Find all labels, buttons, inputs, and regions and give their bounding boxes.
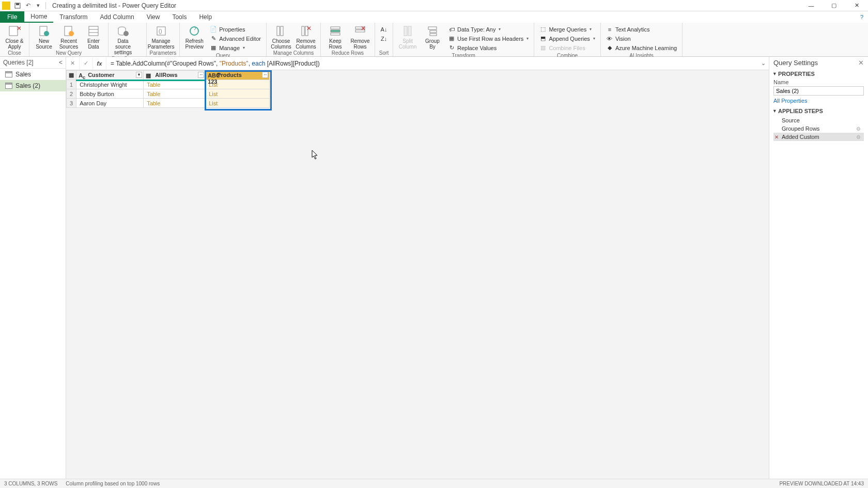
step-grouped-rows[interactable]: Grouped Rows⚙ xyxy=(773,124,864,133)
properties-title[interactable]: PROPERTIES xyxy=(773,71,864,77)
split-column-button[interactable]: SplitColumn xyxy=(396,24,419,50)
formula-expand-icon[interactable]: ⌄ xyxy=(757,60,769,67)
sort-desc-button[interactable]: Z↓ xyxy=(378,34,390,43)
status-preview-time: PREVIEW DOWNLOADED AT 14:43 xyxy=(779,481,864,486)
close-settings-icon[interactable]: ✕ xyxy=(858,59,864,67)
body: Queries [2] < Sales Sales (2) ✕ ✓ fx = T… xyxy=(0,57,868,479)
tab-help[interactable]: Help xyxy=(193,11,218,23)
tab-add-column[interactable]: Add Column xyxy=(94,11,141,23)
qat-save-icon[interactable] xyxy=(13,1,22,10)
ribbon: ✕ Close &Apply Close NewSource RecentSou… xyxy=(0,23,868,57)
combine-files-button[interactable]: ▥Combine Files xyxy=(537,43,597,52)
column-header-products[interactable]: ABC123Products↔ xyxy=(206,71,270,80)
recent-sources-button[interactable]: RecentSources xyxy=(57,24,80,50)
svg-rect-17 xyxy=(281,26,283,36)
enter-data-button[interactable]: EnterData xyxy=(82,24,105,50)
query-settings-pane: Query Settings ✕ PROPERTIES Name All Pro… xyxy=(769,57,868,479)
cell-allrows[interactable]: Table xyxy=(144,99,206,108)
cell-products[interactable]: List xyxy=(206,99,270,108)
table-row[interactable]: 2 Bobby Burton Table List xyxy=(67,89,270,99)
keep-rows-button[interactable]: KeepRows xyxy=(324,24,347,50)
remove-columns-button[interactable]: ✕RemoveColumns xyxy=(295,24,317,50)
first-row-headers-button[interactable]: ▦Use First Row as Headers▾ xyxy=(446,34,531,43)
tab-home[interactable]: Home xyxy=(24,11,53,23)
column-label: Products xyxy=(217,72,242,78)
maximize-button[interactable]: ▢ xyxy=(823,0,845,11)
text-analytics-button[interactable]: ≡Text Analytics xyxy=(604,25,679,34)
cell-customer[interactable]: Aaron Day xyxy=(76,99,144,108)
refresh-preview-button[interactable]: RefreshPreview xyxy=(183,24,206,50)
step-added-custom[interactable]: Added Custom⚙ xyxy=(773,133,864,141)
expand-dropdown-icon[interactable]: ↔ xyxy=(262,72,268,78)
data-type-button[interactable]: 🏷Data Type: Any▾ xyxy=(446,25,531,34)
cell-customer[interactable]: Bobby Burton xyxy=(76,89,144,99)
qat-undo-icon[interactable]: ↶ xyxy=(23,1,33,10)
qat-dropdown-icon[interactable]: ▾ xyxy=(34,1,43,10)
queries-title: Queries [2] xyxy=(3,59,34,66)
append-queries-button[interactable]: ⬒Append Queries▾ xyxy=(537,34,597,43)
tab-tools[interactable]: Tools xyxy=(166,11,193,23)
close-button[interactable]: ✕ xyxy=(845,0,868,11)
filter-dropdown-icon[interactable]: ▾ xyxy=(136,72,142,78)
table-row[interactable]: 3 Aaron Day Table List xyxy=(67,99,270,108)
manage-button[interactable]: ▦Manage▾ xyxy=(208,43,263,52)
cell-customer[interactable]: Christopher Wright xyxy=(76,80,144,89)
svg-rect-29 xyxy=(428,27,437,29)
ribbon-group-parameters-label: Parameters xyxy=(150,50,177,56)
azure-ml-button[interactable]: ◆Azure Machine Learning xyxy=(604,43,679,52)
tab-view[interactable]: View xyxy=(141,11,166,23)
properties-button[interactable]: 📄Properties xyxy=(208,25,263,34)
applied-steps-title[interactable]: APPLIED STEPS xyxy=(773,108,864,114)
any-type-icon: ABC123 xyxy=(208,72,215,78)
ribbon-group-combine: ⬚Merge Queries▾ ⬒Append Queries▾ ▥Combin… xyxy=(534,23,601,56)
remove-rows-button[interactable]: ✕RemoveRows xyxy=(349,24,371,50)
gear-icon[interactable]: ⚙ xyxy=(856,134,861,140)
manage-parameters-button[interactable]: ()ManageParameters xyxy=(150,24,173,50)
settings-header: Query Settings ✕ xyxy=(769,57,868,69)
help-icon[interactable]: ? xyxy=(856,11,868,23)
group-by-button[interactable]: GroupBy xyxy=(421,24,444,50)
expand-dropdown-icon[interactable]: ↔ xyxy=(198,72,204,78)
minimize-button[interactable]: — xyxy=(800,0,823,11)
sort-asc-button[interactable]: A↓ xyxy=(378,25,390,34)
svg-text:✕: ✕ xyxy=(361,25,366,32)
formula-text[interactable]: = Table.AddColumn(#"Grouped Rows", "Prod… xyxy=(106,60,757,67)
tab-file[interactable]: File xyxy=(0,11,24,23)
svg-text:✕: ✕ xyxy=(306,25,312,32)
close-apply-button[interactable]: ✕ Close &Apply xyxy=(3,24,26,50)
cell-products[interactable]: List xyxy=(206,89,270,99)
ribbon-group-sort: A↓ Z↓ Sort xyxy=(375,23,393,56)
grid-corner[interactable]: ▦ xyxy=(67,71,76,80)
ribbon-group-reduce-rows: KeepRows ✕RemoveRows Reduce Rows xyxy=(321,23,375,56)
merge-queries-button[interactable]: ⬚Merge Queries▾ xyxy=(537,25,597,34)
applied-steps-section: APPLIED STEPS Source Grouped Rows⚙ Added… xyxy=(769,106,868,143)
row-number: 2 xyxy=(67,89,76,99)
ribbon-group-sort-label: Sort xyxy=(378,50,390,56)
svg-rect-22 xyxy=(331,30,340,32)
choose-columns-button[interactable]: ChooseColumns xyxy=(270,24,292,50)
table-row[interactable]: 1 Christopher Wright Table List xyxy=(67,80,270,89)
cell-allrows[interactable]: Table xyxy=(144,89,206,99)
gear-icon[interactable]: ⚙ xyxy=(856,126,861,132)
step-source[interactable]: Source xyxy=(773,116,864,124)
step-label: Source xyxy=(782,117,800,123)
new-source-button[interactable]: NewSource xyxy=(33,24,55,50)
all-properties-link[interactable]: All Properties xyxy=(773,98,807,104)
formula-accept-icon[interactable]: ✓ xyxy=(80,57,93,70)
cell-allrows[interactable]: Table xyxy=(144,80,206,89)
vision-button[interactable]: 👁Vision xyxy=(604,34,679,43)
column-header-allrows[interactable]: ▦AllRows↔ xyxy=(144,71,206,80)
fx-icon[interactable]: fx xyxy=(93,57,106,70)
query-item-sales2[interactable]: Sales (2) xyxy=(0,80,66,91)
query-item-sales[interactable]: Sales xyxy=(0,69,66,80)
query-name-input[interactable] xyxy=(773,86,864,96)
ribbon-group-newquery: NewSource RecentSources EnterData New Qu… xyxy=(29,23,109,56)
column-header-customer[interactable]: AcCustomer▾ xyxy=(76,71,144,80)
formula-cancel-icon[interactable]: ✕ xyxy=(66,57,80,70)
collapse-queries-icon[interactable]: < xyxy=(59,59,63,66)
advanced-editor-button[interactable]: ✎Advanced Editor xyxy=(208,34,263,43)
data-source-settings-button[interactable]: Data sourcesettings xyxy=(112,24,134,55)
replace-values-button[interactable]: ↻Replace Values xyxy=(446,43,531,52)
tab-transform[interactable]: Transform xyxy=(53,11,94,23)
status-bar: 3 COLUMNS, 3 ROWS Column profiling based… xyxy=(0,479,868,488)
